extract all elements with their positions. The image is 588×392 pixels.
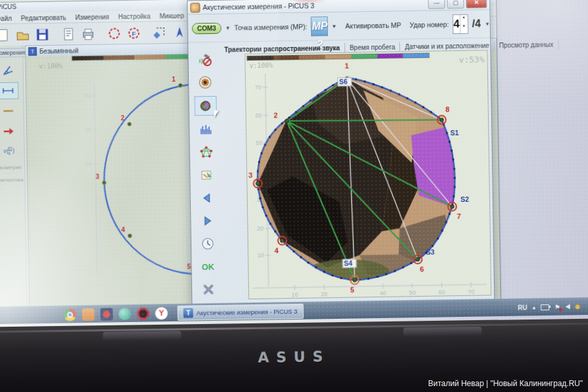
asus-logo: ASUS	[257, 348, 330, 366]
svg-text:60: 60	[438, 289, 445, 295]
minimize-button[interactable]: —	[428, 0, 445, 9]
svg-text:50: 50	[85, 161, 91, 167]
svg-text:70: 70	[84, 93, 91, 99]
yandex-app-icon[interactable]	[101, 308, 113, 320]
svg-text:50: 50	[255, 140, 262, 146]
velocity-tool-icon[interactable]: v(ms)	[0, 142, 19, 158]
svg-text:2: 2	[274, 111, 278, 119]
menu-item[interactable]: Редактировать	[21, 14, 66, 22]
scale-segment	[134, 55, 165, 59]
menu-item[interactable]: Измерения	[75, 13, 109, 21]
tab-3[interactable]: Просмотр данных	[495, 40, 559, 51]
angle-tool-icon[interactable]	[0, 63, 18, 78]
document-title: Безымянный	[39, 47, 78, 55]
direction-arrow-icon[interactable]	[171, 24, 188, 41]
mp-select[interactable]: MP 2	[311, 16, 328, 36]
alert-dot	[559, 308, 563, 311]
tray-status-icon[interactable]	[576, 304, 580, 309]
opera-icon[interactable]	[137, 307, 149, 319]
activate-mp-button[interactable]: Активировать MP	[340, 18, 406, 33]
svg-text:S1: S1	[450, 129, 459, 137]
percent-tool-icon[interactable]	[0, 123, 18, 139]
spinner-up-icon[interactable]: ▲	[460, 15, 467, 24]
svg-text:3: 3	[95, 173, 99, 180]
line-tool-icon[interactable]	[0, 82, 18, 99]
velocity-readout: v:100%	[39, 63, 63, 71]
volume-icon[interactable]	[565, 304, 570, 309]
mp-label: Точка измерения (MP):	[235, 23, 308, 32]
ruler-tool-icon[interactable]	[0, 103, 18, 119]
edge-icon[interactable]	[118, 307, 131, 319]
open-file-icon[interactable]	[14, 26, 31, 43]
scale-segment	[72, 56, 103, 61]
geometry-circle-f-icon[interactable]: F	[125, 25, 142, 42]
menu-item[interactable]: Настройка	[118, 12, 150, 20]
picus-task-icon: T	[184, 308, 193, 318]
save-file-icon[interactable]	[34, 26, 51, 43]
back-icon[interactable]	[197, 189, 218, 207]
clock-icon[interactable]	[197, 235, 218, 253]
active-task-button[interactable]: T Акустические измерения - PiCUS 3	[177, 303, 303, 320]
forward-icon[interactable]	[197, 212, 218, 230]
svg-text:): )	[12, 146, 14, 154]
svg-text:6: 6	[420, 265, 424, 273]
system-tray: RU ▴ ⚑	[518, 302, 588, 311]
laptop-screen: PiCUS ФайлРедактироватьИзмеренияНастройк…	[0, 0, 588, 334]
spinner-down-icon[interactable]: ▼	[461, 24, 468, 33]
wireless-off-icon[interactable]	[194, 50, 215, 69]
yandex-browser-icon[interactable]: Y	[155, 307, 167, 319]
sidebar-tab-measurements[interactable]: Измерения	[0, 48, 28, 57]
hit-number-spinner[interactable]: 4 ▲▼	[453, 14, 468, 34]
chrome-icon[interactable]	[64, 308, 76, 321]
frame-select-icon[interactable]	[152, 24, 169, 41]
sidebar-label-geometry: Геометрия	[0, 164, 24, 171]
com-port-caret-icon[interactable]: ▼	[225, 25, 231, 31]
hinge-left	[103, 331, 181, 341]
tomogram-canvas[interactable]: v:100% v:53% 706050403020101020405060701…	[244, 50, 491, 299]
acoustic-measurements-dialog: Акустические измерения - PiCUS 3 — ▢ ✕ C…	[187, 0, 495, 306]
language-indicator[interactable]: RU	[518, 304, 528, 311]
com-port-button[interactable]: COM3	[192, 22, 221, 34]
svg-text:50: 50	[409, 289, 416, 296]
print-icon[interactable]	[80, 25, 97, 42]
new-file-icon[interactable]	[0, 27, 12, 44]
svg-text:1: 1	[172, 76, 176, 83]
sidebar-tools: v(ms)	[0, 63, 24, 159]
scale-segment	[103, 56, 135, 60]
export-icon[interactable]	[196, 166, 217, 184]
mp-caret-icon[interactable]: ▼	[332, 23, 337, 29]
svg-text:60: 60	[85, 127, 91, 133]
svg-text:F: F	[132, 29, 136, 37]
ok-icon[interactable]: OK	[197, 257, 218, 276]
speaker-icon[interactable]	[195, 73, 216, 91]
svg-text:S6: S6	[339, 78, 348, 86]
bar-chart-icon[interactable]	[195, 120, 216, 139]
measure-net-icon[interactable]	[196, 143, 217, 161]
maximize-button[interactable]: ▢	[447, 0, 464, 8]
tray-expand-icon[interactable]: ▴	[532, 304, 536, 310]
svg-text:5: 5	[350, 286, 354, 294]
svg-text:8: 8	[446, 105, 449, 113]
svg-text:S2: S2	[461, 195, 469, 203]
svg-text:1: 1	[345, 62, 349, 70]
action-center-flag-icon[interactable]: ⚑	[555, 303, 561, 310]
tomogram-view-icon[interactable]	[194, 96, 216, 116]
report-icon[interactable]	[60, 25, 77, 42]
geometry-circle-icon[interactable]	[106, 25, 123, 42]
svg-text:S4: S4	[344, 259, 352, 267]
paint-app-icon[interactable]	[82, 308, 95, 320]
svg-text:70: 70	[255, 84, 261, 91]
svg-text:2: 2	[121, 114, 125, 122]
svg-text:70: 70	[468, 289, 474, 295]
battery-icon[interactable]	[541, 304, 549, 310]
close-button[interactable]: ✕	[466, 0, 487, 8]
menu-item[interactable]: Микшер	[159, 12, 184, 20]
close-x-icon[interactable]	[198, 280, 219, 299]
dialog-toolbar: COM3 ▼ Точка измерения (MP): MP 2 ▼ Акти…	[188, 10, 490, 42]
hit-caret-icon[interactable]: ▼	[485, 21, 490, 27]
mouse-cursor	[214, 110, 219, 118]
menu-item[interactable]: Файл	[0, 14, 12, 22]
dialog-app-icon	[190, 3, 200, 12]
svg-text:s: s	[8, 150, 10, 156]
svg-text:4: 4	[122, 226, 125, 233]
